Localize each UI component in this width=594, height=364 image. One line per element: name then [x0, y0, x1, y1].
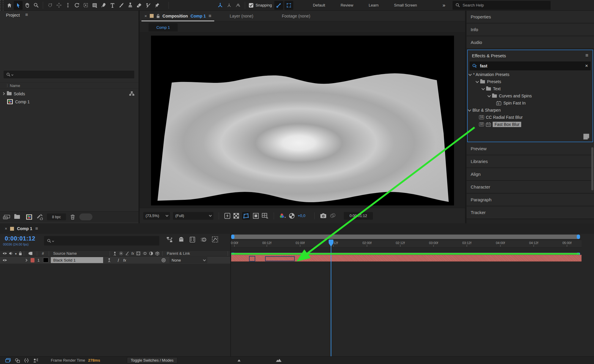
zoom-out-mountain-icon[interactable]	[237, 359, 241, 362]
exposure-icon[interactable]	[289, 213, 295, 219]
pen-tool-icon[interactable]	[99, 1, 108, 10]
puppet-pin-tool-icon[interactable]	[152, 1, 161, 10]
panel-menu-icon[interactable]: ≡	[585, 53, 588, 58]
panel-tracker[interactable]: Tracker	[467, 206, 594, 219]
tree-item-curves-and-spins[interactable]: Curves and Spins	[468, 92, 593, 99]
snapping-checkbox-icon[interactable]	[249, 3, 253, 8]
pan-behind-tool-icon[interactable]	[81, 1, 90, 10]
exposure-value[interactable]: +0,0	[298, 213, 305, 218]
trash-icon[interactable]	[70, 214, 75, 220]
workspace-overflow-chevrons[interactable]: »	[425, 2, 452, 8]
toggle-switches-modes-button[interactable]: Toggle Switches / Modes	[127, 357, 177, 363]
region-of-interest-icon[interactable]	[253, 213, 259, 219]
new-custom-panel-icon[interactable]	[583, 133, 590, 140]
grid-guides-icon[interactable]	[262, 213, 268, 219]
show-snapshot-icon[interactable]	[330, 213, 336, 219]
help-search-well[interactable]	[453, 1, 551, 10]
home-icon[interactable]	[5, 1, 14, 10]
parent-link-column-header[interactable]: Parent & Link	[167, 251, 190, 256]
comp-mini-flowchart-icon[interactable]	[166, 237, 173, 243]
tree-item-text[interactable]: Text	[468, 85, 593, 92]
project-panel-menu-icon[interactable]: ≡	[25, 12, 28, 18]
source-name-column-header[interactable]: Source Name	[53, 251, 105, 256]
motion-blur-icon[interactable]	[201, 237, 207, 243]
panel-character[interactable]: Character	[467, 181, 594, 194]
tree-item-spin-fast-in[interactable]: fx Spin Fast In	[468, 99, 593, 107]
panel-menu-icon[interactable]: ≡	[35, 226, 38, 231]
layer-disclosure-chevron-icon[interactable]	[25, 259, 28, 262]
view-axis-mode-icon[interactable]	[234, 1, 242, 10]
unlock-icon[interactable]	[156, 14, 160, 18]
layer-label-color-chip[interactable]	[31, 258, 34, 262]
snap-option-2-icon[interactable]	[284, 1, 293, 10]
layer-visibility-eye-icon[interactable]	[2, 259, 7, 262]
workspace-small-screen[interactable]: Small Screen	[386, 3, 425, 7]
sidebar-scrollbar[interactable]	[591, 147, 593, 190]
transparency-grid-icon[interactable]	[233, 213, 239, 219]
parent-pickwhip-icon[interactable]	[161, 258, 166, 262]
workspace-learn[interactable]: Learn	[361, 3, 386, 7]
help-search-input[interactable]	[463, 3, 540, 7]
layer-row-black-solid-1[interactable]: 1 Black Solid 1 / fx None	[0, 257, 230, 264]
interpret-footage-icon[interactable]	[3, 214, 10, 220]
viewer-timecode-well[interactable]: 0:00:01:12	[344, 212, 373, 220]
panel-align[interactable]: Align	[467, 168, 594, 181]
toolbar-grip[interactable]	[0, 0, 4, 11]
twirl-down-icon[interactable]	[468, 72, 472, 76]
local-axis-mode-icon[interactable]	[216, 1, 225, 10]
effects-search-input[interactable]	[480, 64, 569, 68]
disclosure-chevron-icon[interactable]	[2, 92, 5, 95]
rotation-tool-icon[interactable]	[72, 1, 81, 10]
tree-item-cc-radial-fast-blur[interactable]: 16 CC Radial Fast Blur	[468, 114, 593, 121]
composition-canvas[interactable]	[151, 36, 454, 205]
project-search-well[interactable]	[4, 71, 134, 78]
new-composition-icon[interactable]	[26, 214, 32, 220]
dolly-camera-tool-icon[interactable]	[63, 1, 72, 10]
zoom-in-mountain-icon[interactable]	[276, 358, 282, 362]
workspace-review[interactable]: Review	[333, 3, 361, 7]
bit-depth-button[interactable]: 8 bpc	[47, 213, 66, 220]
tree-item-fast-box-blur[interactable]: 32 Fast Box Blur	[468, 121, 593, 128]
timeline-tab-comp1[interactable]: × Comp 1 ≡	[0, 223, 43, 234]
tab-composition[interactable]: × Composition Comp 1 ≡	[140, 11, 215, 21]
current-time-display[interactable]: 0:00:01:12	[5, 235, 35, 242]
rectangle-tool-icon[interactable]	[90, 1, 99, 10]
eraser-tool-icon[interactable]	[135, 1, 144, 10]
twirl-down-icon[interactable]	[475, 80, 479, 83]
layer-fx-switch[interactable]: fx	[123, 258, 126, 262]
clear-search-icon[interactable]: ×	[585, 63, 588, 69]
project-name-column-header[interactable]: Name	[10, 83, 20, 88]
panel-preview[interactable]: Preview	[467, 143, 594, 155]
magnification-dropdown[interactable]: (73,5%)	[143, 212, 170, 220]
layer-name-cell[interactable]: Black Solid 1	[51, 257, 103, 263]
project-panel-title[interactable]: Project	[6, 12, 20, 18]
parent-dropdown[interactable]: None	[169, 257, 207, 263]
frame-blending-icon[interactable]	[190, 237, 195, 243]
tab-layer[interactable]: Layer (none)	[215, 14, 267, 18]
mask-visibility-icon[interactable]	[242, 212, 250, 220]
close-icon[interactable]: ×	[144, 13, 147, 18]
layer-quality-switch[interactable]: /	[118, 258, 119, 263]
twirl-down-icon[interactable]	[487, 94, 491, 97]
timeline-search-well[interactable]	[44, 236, 159, 246]
navigator-start-handle[interactable]	[231, 235, 234, 239]
graph-editor-icon[interactable]	[212, 236, 218, 243]
panel-paragraph[interactable]: Paragraph	[467, 194, 594, 206]
workspace-default[interactable]: Default	[305, 3, 333, 7]
world-axis-mode-icon[interactable]	[225, 1, 234, 10]
twirl-down-icon[interactable]	[481, 87, 485, 90]
snap-option-1-icon[interactable]	[274, 1, 283, 10]
project-settings-icon[interactable]	[36, 214, 43, 220]
new-folder-icon[interactable]	[14, 215, 20, 219]
effects-search-well[interactable]: ×	[469, 61, 591, 70]
expand-layer-switches-icon[interactable]	[5, 358, 11, 363]
playhead-marker-icon[interactable]	[328, 240, 334, 248]
project-row-comp1[interactable]: Comp 1	[0, 98, 138, 106]
comp-name-tab[interactable]: Comp 1	[149, 23, 178, 31]
selection-tool-icon[interactable]	[14, 1, 23, 10]
expand-in-out-icon[interactable]	[24, 358, 29, 363]
layer-duration-bar[interactable]	[231, 255, 582, 262]
timeline-pane-divider[interactable]	[230, 234, 231, 356]
expand-render-time-icon[interactable]	[33, 358, 38, 363]
clone-stamp-tool-icon[interactable]	[126, 1, 135, 10]
